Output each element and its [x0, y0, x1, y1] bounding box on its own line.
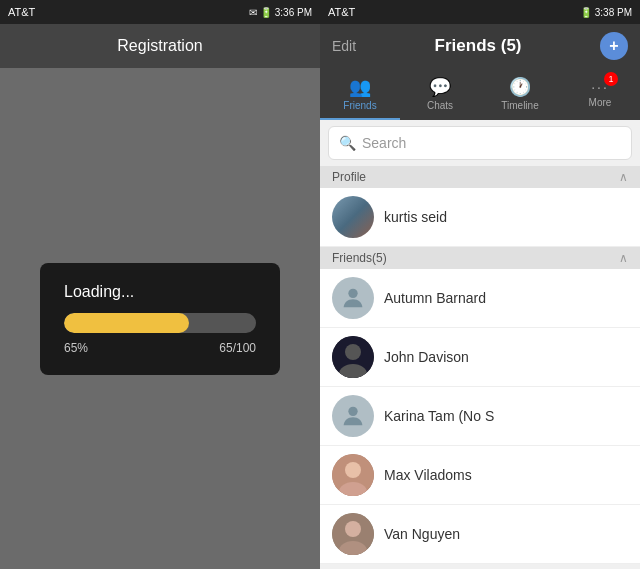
search-icon: 🔍: [339, 135, 356, 151]
svg-point-2: [345, 344, 361, 360]
right-panel: AT&T 🔋 3:38 PM Edit Friends (5) + 👥 Frie…: [320, 0, 640, 569]
progress-bar-track: [64, 313, 256, 333]
svg-point-6: [345, 462, 361, 478]
left-carrier: AT&T: [8, 6, 35, 18]
friends-icon: 👥: [349, 76, 371, 98]
left-panel: AT&T ✉ 🔋 3:36 PM Registration Loading...…: [0, 0, 320, 569]
avatar: [332, 196, 374, 238]
list-item[interactable]: John Davison: [320, 328, 640, 387]
loading-text: Loading...: [64, 283, 256, 301]
profile-list: kurtis seid: [320, 188, 640, 247]
right-battery-icon: 🔋: [580, 7, 592, 18]
svg-point-4: [348, 407, 357, 416]
friends-header-label: Friends(5): [332, 251, 387, 265]
list-item[interactable]: Max Viladoms: [320, 446, 640, 505]
progress-labels: 65% 65/100: [64, 341, 256, 355]
list-item[interactable]: Karina Tam (No S: [320, 387, 640, 446]
progress-percent: 65%: [64, 341, 88, 355]
tab-chats-label: Chats: [427, 100, 453, 111]
left-message-icon: ✉: [249, 7, 257, 18]
contact-name: Max Viladoms: [384, 467, 472, 483]
contact-name: kurtis seid: [384, 209, 447, 225]
right-status-bar: AT&T 🔋 3:38 PM: [320, 0, 640, 24]
progress-fraction: 65/100: [219, 341, 256, 355]
left-battery-icon: 🔋: [260, 7, 272, 18]
friends-chevron: ∧: [619, 251, 628, 265]
left-content: Loading... 65% 65/100: [0, 68, 320, 569]
profile-section-header: Profile ∧: [320, 166, 640, 188]
svg-point-9: [345, 521, 361, 537]
tab-chats[interactable]: 💬 Chats: [400, 68, 480, 120]
tab-timeline-label: Timeline: [501, 100, 538, 111]
friends-section-header: Friends(5) ∧: [320, 247, 640, 269]
add-icon: +: [609, 37, 618, 55]
profile-chevron: ∧: [619, 170, 628, 184]
contact-name: Van Nguyen: [384, 526, 460, 542]
left-toolbar: Registration: [0, 24, 320, 68]
list-item[interactable]: Van Nguyen: [320, 505, 640, 564]
add-friend-button[interactable]: +: [600, 32, 628, 60]
contact-name: John Davison: [384, 349, 469, 365]
edit-button[interactable]: Edit: [332, 38, 356, 54]
tab-more[interactable]: ··· More 1: [560, 68, 640, 120]
right-toolbar: Edit Friends (5) +: [320, 24, 640, 68]
loading-box: Loading... 65% 65/100: [40, 263, 280, 375]
tab-friends[interactable]: 👥 Friends: [320, 68, 400, 120]
avatar: [332, 336, 374, 378]
timeline-icon: 🕐: [509, 76, 531, 98]
list-item[interactable]: Autumn Barnard: [320, 269, 640, 328]
left-status-bar: AT&T ✉ 🔋 3:36 PM: [0, 0, 320, 24]
contact-name: Autumn Barnard: [384, 290, 486, 306]
avatar: [332, 277, 374, 319]
chats-icon: 💬: [429, 76, 451, 98]
left-toolbar-title: Registration: [117, 37, 202, 55]
friends-list: Autumn Barnard John Davison Karina Tam (…: [320, 269, 640, 564]
tab-more-label: More: [589, 97, 612, 108]
avatar: [332, 454, 374, 496]
list-item[interactable]: kurtis seid: [320, 188, 640, 247]
right-status-icons: 🔋 3:38 PM: [580, 7, 632, 18]
contact-name: Karina Tam (No S: [384, 408, 494, 424]
search-placeholder: Search: [362, 135, 406, 151]
progress-bar-fill: [64, 313, 189, 333]
tab-friends-label: Friends: [343, 100, 376, 111]
tab-timeline[interactable]: 🕐 Timeline: [480, 68, 560, 120]
profile-header-label: Profile: [332, 170, 366, 184]
tab-bar: 👥 Friends 💬 Chats 🕐 Timeline ··· More 1: [320, 68, 640, 120]
more-badge: 1: [604, 72, 618, 86]
svg-point-0: [348, 289, 357, 298]
friends-title: Friends (5): [435, 36, 522, 56]
left-status-icons: ✉ 🔋 3:36 PM: [249, 7, 312, 18]
avatar: [332, 395, 374, 437]
right-time: 3:38 PM: [595, 7, 632, 18]
avatar: [332, 513, 374, 555]
search-bar[interactable]: 🔍 Search: [328, 126, 632, 160]
right-carrier: AT&T: [328, 6, 355, 18]
left-time: 3:36 PM: [275, 7, 312, 18]
